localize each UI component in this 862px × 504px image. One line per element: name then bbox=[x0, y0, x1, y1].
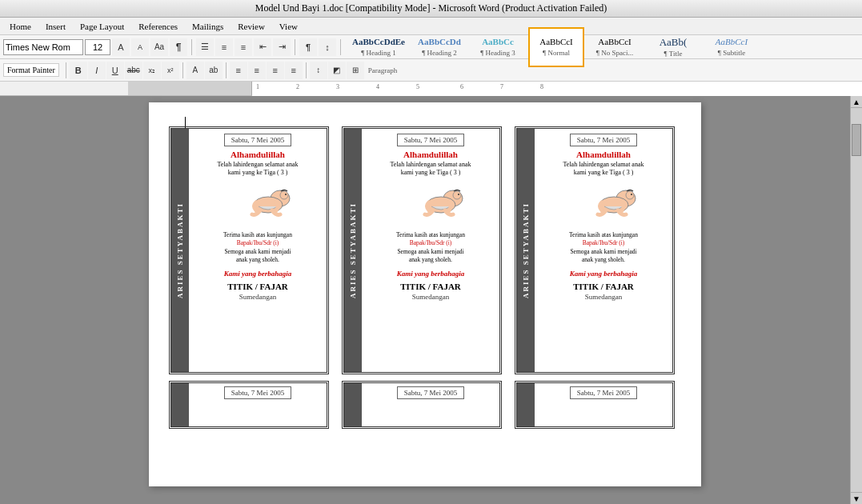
baby-svg-3 bbox=[574, 182, 638, 226]
ruler: 1 2 3 4 5 6 7 8 bbox=[0, 82, 862, 96]
menu-page-layout[interactable]: Page Layout bbox=[74, 20, 130, 33]
font-shrink-btn[interactable]: A bbox=[131, 38, 149, 56]
shading-btn[interactable]: ◩ bbox=[328, 62, 346, 79]
sort-btn[interactable]: ↕ bbox=[319, 38, 336, 56]
title-text: Model Und Bayi 1.doc [Compatibility Mode… bbox=[255, 2, 607, 14]
bottom-card-3-content: Sabtu, 7 Mei 2005 bbox=[535, 383, 672, 426]
style-title[interactable]: AaBb( ¶ Title bbox=[645, 27, 701, 67]
align-right-btn[interactable]: ≡ bbox=[267, 62, 284, 79]
outline-list-btn[interactable]: ≡ bbox=[235, 38, 252, 56]
bottom-card-2-side bbox=[344, 383, 362, 426]
format-painter-label: Format Painter bbox=[7, 66, 55, 74]
highlight-btn[interactable]: ab bbox=[205, 62, 223, 79]
font-grow-btn[interactable]: A bbox=[112, 38, 130, 56]
style-normal-label: ¶ Normal bbox=[543, 49, 570, 57]
bottom-card-1-content: Sabtu, 7 Mei 2005 bbox=[189, 383, 327, 426]
card-1-content: Sabtu, 7 Mei 2005 Alhamdulillah Telah la… bbox=[189, 129, 327, 372]
style-nospace-preview: AaBbCcI bbox=[598, 37, 631, 47]
menu-view[interactable]: View bbox=[273, 20, 304, 33]
underline-btn[interactable]: U bbox=[106, 62, 124, 79]
num-list-btn[interactable]: ≡ bbox=[215, 38, 233, 56]
card-2-subtitle: Telah lahirdengan selamat anakkami yang … bbox=[391, 161, 471, 178]
sep3 bbox=[340, 39, 341, 55]
bottom-card-3-side bbox=[517, 383, 535, 426]
scrollbar-vertical[interactable]: ▲ ▼ bbox=[850, 96, 862, 504]
sep2 bbox=[295, 39, 295, 55]
card-3-side: ARIES SETYABAKTI bbox=[517, 129, 535, 372]
align-center-btn[interactable]: ≡ bbox=[248, 62, 266, 79]
align-left-btn[interactable]: ≡ bbox=[230, 62, 247, 79]
style-heading2[interactable]: AaBbCcDd ¶ Heading 2 bbox=[411, 27, 467, 67]
menu-home[interactable]: Home bbox=[3, 20, 38, 33]
paragraph-label: Paragraph bbox=[368, 66, 397, 74]
bottom-card-2: Sabtu, 7 Mei 2005 bbox=[342, 381, 502, 429]
justify-btn[interactable]: ≡ bbox=[285, 62, 303, 79]
show-hide2-btn[interactable]: ¶ bbox=[299, 38, 317, 56]
increase-indent-btn[interactable]: ⇥ bbox=[273, 38, 291, 56]
style-no-spacing[interactable]: AaBbCcI ¶ No Spaci... bbox=[587, 27, 643, 67]
card-3-name: TITIK / FAJAR bbox=[573, 282, 634, 291]
bottom-card-1-date: Sabtu, 7 Mei 2005 bbox=[224, 386, 292, 399]
card-1-location: Sumedangan bbox=[239, 293, 277, 301]
card-2-baby-image bbox=[401, 182, 461, 226]
card-1-thanks-red: Bapak/Ibu/Sdr (i) bbox=[237, 239, 279, 246]
style-h1-label: ¶ Heading 1 bbox=[361, 49, 396, 57]
menu-insert[interactable]: Insert bbox=[39, 20, 72, 33]
menu-references[interactable]: References bbox=[132, 20, 184, 33]
italic-btn[interactable]: I bbox=[88, 62, 106, 79]
svg-point-11 bbox=[631, 194, 632, 195]
scroll-up-btn[interactable]: ▲ bbox=[851, 96, 862, 108]
bold-btn[interactable]: B bbox=[70, 62, 87, 79]
border-btn[interactable]: ⊞ bbox=[347, 62, 364, 79]
clear-format-btn[interactable]: Aa bbox=[150, 38, 168, 56]
subscript-btn[interactable]: x₂ bbox=[143, 62, 161, 79]
style-subtitle[interactable]: AaBbCcI ¶ Subtitle bbox=[704, 27, 760, 67]
show-hide-btn[interactable]: ¶ bbox=[170, 38, 187, 56]
scroll-thumb[interactable] bbox=[852, 124, 861, 156]
card-3-location: Sumedangan bbox=[585, 293, 623, 301]
font-name-input[interactable] bbox=[3, 39, 83, 55]
sep7 bbox=[306, 62, 307, 78]
line-spacing-btn[interactable]: ↕ bbox=[310, 62, 327, 79]
title-bar: Model Und Bayi 1.doc [Compatibility Mode… bbox=[0, 0, 862, 18]
card-1-name: TITIK / FAJAR bbox=[227, 282, 288, 291]
card-3-baby-image bbox=[574, 182, 634, 226]
font-size-input[interactable] bbox=[85, 39, 110, 55]
strikethrough-btn[interactable]: abc bbox=[125, 62, 142, 79]
sep1 bbox=[191, 39, 192, 55]
birth-card-2: ARIES SETYABAKTI Sabtu, 7 Mei 2005 Alham… bbox=[342, 126, 502, 374]
decrease-indent-btn[interactable]: ⇤ bbox=[254, 38, 271, 56]
ruler-mark-8: 8 bbox=[540, 83, 543, 90]
sep5 bbox=[182, 62, 183, 78]
menu-review[interactable]: Review bbox=[231, 20, 271, 33]
styles-section: AaBbCcDdEe ¶ Heading 1 AaBbCcDd ¶ Headin… bbox=[348, 27, 760, 67]
ruler-mark-7: 7 bbox=[500, 83, 503, 90]
toolbar-row1: A A Aa ¶ ☰ ≡ ≡ ⇤ ⇥ ¶ ↕ AaBbCcDdEe ¶ Head… bbox=[0, 35, 862, 59]
card-3-subtitle: Telah lahirdengan selamat anakkami yang … bbox=[563, 161, 644, 178]
card-1-side: ARIES SETYABAKTI bbox=[171, 129, 189, 372]
text-color-btn[interactable]: A bbox=[186, 62, 204, 79]
card-2-side-text: ARIES SETYABAKTI bbox=[349, 202, 357, 298]
card-2-location: Sumedangan bbox=[412, 293, 450, 301]
ruler-mark-5: 5 bbox=[416, 83, 419, 90]
card-2-thanks-red: Bapak/Ibu/Sdr (i) bbox=[410, 239, 452, 246]
bottom-card-2-date: Sabtu, 7 Mei 2005 bbox=[397, 386, 465, 399]
format-painter-btn[interactable]: Format Painter bbox=[3, 63, 59, 77]
sep6 bbox=[226, 62, 227, 78]
bottom-card-3-date: Sabtu, 7 Mei 2005 bbox=[570, 386, 638, 399]
bottom-card-1: Sabtu, 7 Mei 2005 bbox=[169, 381, 329, 429]
superscript-btn[interactable]: x² bbox=[162, 62, 179, 79]
ruler-mark-3: 3 bbox=[336, 83, 339, 90]
card-1-title: Alhamdulillah bbox=[231, 150, 285, 159]
bullet-list-btn[interactable]: ☰ bbox=[196, 38, 214, 56]
style-normal[interactable]: AaBbCcI ¶ Normal bbox=[528, 27, 584, 67]
ruler-left bbox=[128, 82, 252, 95]
style-heading3[interactable]: AaBbCc ¶ Heading 3 bbox=[470, 27, 526, 67]
ruler-mark-6: 6 bbox=[460, 83, 463, 90]
birth-card-1: ARIES SETYABAKTI Sabtu, 7 Mei 2005 Alham… bbox=[169, 126, 329, 374]
menu-mailings[interactable]: Mailings bbox=[186, 20, 230, 33]
scroll-down-btn[interactable]: ▼ bbox=[851, 492, 862, 504]
style-title-preview: AaBb( bbox=[660, 36, 688, 49]
svg-point-5 bbox=[453, 191, 461, 199]
ruler-mark-1: 1 bbox=[256, 83, 259, 90]
